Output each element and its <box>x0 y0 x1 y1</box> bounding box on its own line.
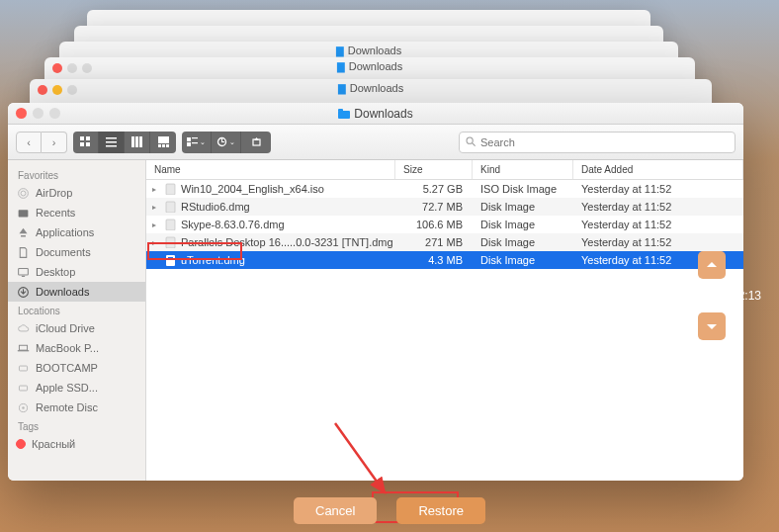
timeline-down-button[interactable] <box>698 312 726 340</box>
minimize-icon <box>33 108 43 119</box>
file-icon <box>164 219 177 231</box>
svg-rect-1 <box>338 109 343 112</box>
nav-buttons: ‹ › <box>16 132 67 153</box>
timeline-up-button[interactable] <box>698 251 726 279</box>
file-date: Yesterday at 11:52 <box>573 201 743 213</box>
timeline-nav: Yesterday at 12:13 <box>662 251 761 340</box>
sidebar-item-desktop[interactable]: Desktop <box>8 262 145 282</box>
timeline-label: Yesterday at 12:13 <box>662 289 761 303</box>
svg-rect-19 <box>192 142 198 143</box>
svg-rect-0 <box>338 111 350 119</box>
svg-rect-28 <box>18 210 28 217</box>
sidebar-item-icloud[interactable]: iCloud Drive <box>8 318 145 338</box>
col-kind[interactable]: Kind <box>473 160 573 179</box>
svg-rect-42 <box>166 255 175 266</box>
file-size: 106.6 MB <box>395 219 473 230</box>
col-name[interactable]: Name <box>146 160 395 179</box>
file-kind: ISO Disk Image <box>473 183 573 195</box>
sidebar-item-documents[interactable]: Documents <box>8 242 145 262</box>
zoom-icon <box>49 108 60 119</box>
svg-rect-22 <box>221 141 224 142</box>
forward-button[interactable]: › <box>42 132 67 153</box>
svg-rect-29 <box>18 268 28 275</box>
file-size: 5.27 GB <box>395 183 473 195</box>
col-size[interactable]: Size <box>395 160 473 179</box>
svg-rect-15 <box>166 144 169 147</box>
view-switcher <box>73 132 176 153</box>
file-name: Parallels Desktop 16.....0.0-3231 [TNT].… <box>181 236 393 248</box>
column-headers: Name Size Kind Date Added <box>146 160 743 180</box>
svg-rect-44 <box>168 259 173 260</box>
applications-icon <box>16 225 30 239</box>
stack-title: Downloads <box>350 82 403 94</box>
laptop-icon <box>16 341 30 355</box>
window-controls <box>16 108 60 119</box>
table-row[interactable]: ▸Win10_2004_English_x64.iso5.27 GBISO Di… <box>146 180 743 198</box>
file-kind: Disk Image <box>473 201 573 213</box>
sidebar-item-remotedisc[interactable]: Remote Disc <box>8 398 145 417</box>
back-button[interactable]: ‹ <box>16 132 42 153</box>
col-date[interactable]: Date Added <box>573 160 743 179</box>
svg-rect-16 <box>187 137 191 141</box>
column-view-button[interactable] <box>125 132 150 153</box>
svg-rect-30 <box>21 275 24 276</box>
svg-rect-2 <box>80 136 84 140</box>
svg-rect-6 <box>106 137 117 139</box>
list-view-button[interactable] <box>99 132 125 153</box>
sidebar-tag-red[interactable]: Красный <box>8 434 145 454</box>
sidebar-item-macbook[interactable]: MacBook P... <box>8 338 145 358</box>
file-name: RStudio6.dmg <box>181 201 250 213</box>
svg-rect-14 <box>162 144 165 147</box>
file-size: 72.7 MB <box>395 201 473 213</box>
svg-rect-43 <box>168 257 173 258</box>
svg-rect-33 <box>17 350 28 351</box>
sidebar-item-applications[interactable]: Applications <box>8 222 145 242</box>
sidebar-item-bootcamp[interactable]: BOOTCAMP <box>8 358 145 378</box>
search-icon <box>466 136 476 147</box>
sidebar-head-favorites: Favorites <box>8 166 145 183</box>
svg-point-37 <box>22 406 24 408</box>
svg-rect-8 <box>106 145 117 147</box>
desktop-icon <box>16 265 30 279</box>
close-icon[interactable] <box>16 108 27 119</box>
sidebar-head-locations: Locations <box>8 302 145 318</box>
folder-icon <box>338 109 350 119</box>
icon-view-button[interactable] <box>73 132 99 153</box>
sidebar-head-tags: Tags <box>8 417 145 434</box>
table-row[interactable]: uTorrent.dmg4.3 MBDisk ImageYesterday at… <box>146 251 743 269</box>
sidebar-item-recents[interactable]: Recents <box>8 203 145 222</box>
sidebar-item-airdrop[interactable]: AirDrop <box>8 183 145 203</box>
svg-rect-9 <box>131 136 134 147</box>
svg-line-25 <box>473 143 476 146</box>
file-name: Win10_2004_English_x64.iso <box>181 183 324 195</box>
svg-point-27 <box>18 188 28 198</box>
gallery-view-button[interactable] <box>150 132 176 153</box>
downloads-icon <box>16 285 30 299</box>
disk-icon <box>16 361 30 375</box>
table-row[interactable]: ▸Skype-8.63.0.76.dmg106.6 MBDisk ImageYe… <box>146 216 743 233</box>
svg-rect-34 <box>19 366 27 371</box>
svg-rect-4 <box>80 142 84 146</box>
sidebar-item-downloads[interactable]: Downloads <box>8 282 145 302</box>
svg-point-24 <box>467 137 473 143</box>
svg-rect-7 <box>106 141 117 143</box>
restore-button[interactable]: Restore <box>396 497 485 524</box>
search-field[interactable] <box>459 132 736 153</box>
group-dropdown[interactable]: ⌄ ⌄ <box>182 132 271 153</box>
svg-rect-17 <box>192 137 198 138</box>
sidebar-item-applessd[interactable]: Apple SSD... <box>8 378 145 398</box>
file-rows: ▸Win10_2004_English_x64.iso5.27 GBISO Di… <box>146 180 743 481</box>
sidebar: Favorites AirDrop Recents Applications D… <box>8 160 146 481</box>
table-row[interactable]: ▸RStudio6.dmg72.7 MBDisk ImageYesterday … <box>146 198 743 216</box>
file-date: Yesterday at 11:52 <box>573 219 743 230</box>
toolbar: ‹ › ⌄ ⌄ <box>8 125 743 160</box>
svg-rect-5 <box>86 142 90 146</box>
svg-rect-10 <box>135 136 138 147</box>
search-input[interactable] <box>480 136 729 148</box>
table-row[interactable]: ▸Parallels Desktop 16.....0.0-3231 [TNT]… <box>146 233 743 251</box>
file-size: 4.3 MB <box>395 254 473 266</box>
svg-rect-18 <box>187 142 191 146</box>
cloud-icon <box>16 321 30 335</box>
disk-icon <box>16 381 30 395</box>
cancel-button[interactable]: Cancel <box>294 497 377 524</box>
